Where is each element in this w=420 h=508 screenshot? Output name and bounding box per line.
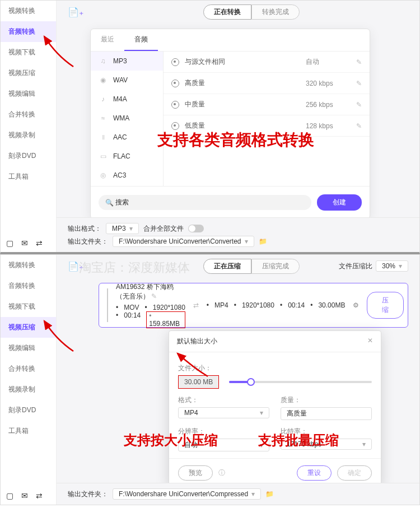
sidebar-item-toolbox[interactable]: 工具箱	[1, 421, 56, 441]
settings-icon[interactable]: ⚙	[353, 301, 359, 309]
panel-tabs: 最近 音频	[91, 29, 370, 52]
output-folder-select[interactable]: F:\Wondershare UniConverter\Compressed▾	[113, 488, 261, 500]
ok-button[interactable]: 确定	[337, 465, 372, 481]
format-wav[interactable]: ◉WAV	[91, 71, 163, 90]
output-format-select[interactable]: MP3▾	[106, 223, 139, 234]
reset-button[interactable]: 重设	[297, 465, 332, 481]
preview-button[interactable]: 预览	[178, 465, 213, 481]
sidebar-item-merge-convert[interactable]: 合并转换	[1, 104, 56, 125]
format-aac[interactable]: ⫴AAC	[91, 128, 163, 147]
transfer-icon[interactable]: ⇄	[36, 239, 43, 248]
overlay-text: 支持各类音频格式转换	[157, 129, 314, 151]
output-folder-label: 输出文件夹：	[68, 237, 108, 246]
app-video-compress: 视频转换 音频转换 视频下载 视频压缩 视频编辑 合并转换 视频录制 刻录DVD…	[0, 254, 420, 505]
format-panel: 最近 音频 ♫MP3 ◉WAV ♪M4A ≈WMA ⫴AAC ▭FLAC ◎AC…	[90, 29, 370, 219]
sidebar-item-burn-dvd[interactable]: 刻录DVD	[1, 146, 56, 166]
mail-icon[interactable]: ✉	[21, 239, 28, 248]
mail-icon[interactable]: ✉	[21, 491, 28, 500]
tab-converting[interactable]: 正在转换	[203, 4, 251, 20]
tab-converted[interactable]: 转换完成	[251, 4, 300, 20]
transfer-icon[interactable]: ⇄	[36, 491, 43, 500]
sidebar-item-video-edit[interactable]: 视频编辑	[1, 83, 56, 104]
sidebar-item-audio-convert[interactable]: 音频转换	[1, 21, 56, 42]
output-info: •MP4 •1920*1080 •00:14 •30.00MB	[207, 301, 346, 309]
book-icon[interactable]: ▢	[6, 491, 13, 500]
sidebar-item-video-edit[interactable]: 视频编辑	[1, 338, 56, 358]
format-flac[interactable]: ▭FLAC	[91, 147, 163, 166]
output-size-dialog: 默认输出大小 ✕ 文件大小： 30.00 MB 格式： MP4▾ 质量： 高质量	[169, 330, 381, 488]
format-ac3[interactable]: ◎AC3	[91, 166, 163, 185]
sidebar-item-burn-dvd[interactable]: 刻录DVD	[1, 400, 56, 421]
file-size-input[interactable]: 30.00 MB	[178, 375, 219, 389]
app-audio-convert: 视频转换 音频转换 视频下载 视频压缩 视频编辑 合并转换 视频录制 刻录DVD…	[0, 0, 420, 254]
sidebar-item-toolbox[interactable]: 工具箱	[1, 166, 56, 187]
edit-title-icon[interactable]: ✎	[151, 292, 157, 300]
folder-icon[interactable]: 📁	[259, 237, 267, 245]
source-size: • 159.85MB	[146, 311, 185, 328]
ratio-select[interactable]: 30%▾	[376, 260, 408, 272]
sidebar-item-video-convert[interactable]: 视频转换	[1, 1, 56, 21]
format-select[interactable]: MP4▾	[178, 407, 269, 418]
output-folder-label: 输出文件夹：	[68, 490, 108, 499]
video-thumbnail	[107, 288, 108, 322]
sidebar-item-audio-convert[interactable]: 音频转换	[1, 276, 56, 296]
sidebar-item-video-download[interactable]: 视频下载	[1, 296, 56, 317]
quality-same-as-source[interactable]: 与源文件相同自动✎	[164, 52, 370, 73]
folder-icon[interactable]: 📁	[265, 490, 274, 498]
quality-select[interactable]: 高质量	[281, 407, 372, 420]
output-folder-select[interactable]: F:\Wondershare UniConverter\Converted▾	[113, 236, 254, 247]
sidebar-item-merge-convert[interactable]: 合并转换	[1, 358, 56, 379]
segment-control: 正在压缩 压缩完成	[203, 259, 300, 274]
main-area: 📄₊ 正在转换 转换完成 最近 音频 ♫MP3 ◉WAV ♪M4A ≈WMA ⫴…	[57, 1, 419, 252]
sidebar-item-video-record[interactable]: 视频录制	[1, 379, 56, 400]
format-m4a[interactable]: ♪M4A	[91, 90, 163, 109]
sidebar-item-video-compress[interactable]: 视频压缩	[1, 63, 56, 83]
format-wma[interactable]: ≈WMA	[91, 109, 163, 128]
search-input[interactable]: 🔍 搜索	[99, 195, 311, 210]
compress-button[interactable]: 压缩	[367, 292, 404, 319]
video-card: AM19632 桥下海鸥（无音乐） ✎ •MOV •1920*1080 •00:…	[99, 283, 408, 328]
add-file-icon[interactable]: 📄₊	[68, 7, 83, 17]
wave-icon: ≈	[99, 114, 108, 122]
quality-label: 质量：	[281, 395, 372, 405]
video-title: AM19632 桥下海鸥（无音乐）	[116, 283, 174, 300]
info-icon[interactable]: ⓘ	[218, 468, 225, 478]
quality-high[interactable]: 高质量320 kbps✎	[164, 73, 370, 94]
quality-list: 与源文件相同自动✎ 高质量320 kbps✎ 中质量256 kbps✎ 低质量1…	[164, 52, 370, 186]
tab-compressed[interactable]: 压缩完成	[251, 259, 300, 274]
edit-icon[interactable]: ✎	[356, 101, 362, 109]
merge-toggle[interactable]	[188, 225, 204, 232]
sidebar: 视频转换 音频转换 视频下载 视频压缩 视频编辑 合并转换 视频录制 刻录DVD…	[1, 255, 57, 505]
close-icon[interactable]: ✕	[367, 337, 373, 346]
eq-icon: ⫴	[99, 133, 108, 141]
sidebar-footer-icons: ▢ ✉ ⇄	[6, 239, 43, 248]
edit-icon[interactable]: ✎	[356, 122, 362, 130]
sidebar-footer-icons: ▢ ✉ ⇄	[6, 491, 43, 500]
sidebar: 视频转换 音频转换 视频下载 视频压缩 视频编辑 合并转换 视频录制 刻录DVD…	[1, 1, 57, 252]
format-label: 格式：	[178, 395, 269, 405]
overlay-text-b: 支持批量压缩	[258, 431, 339, 449]
book-icon[interactable]: ▢	[6, 239, 13, 248]
shuffle-icon: ⇄	[193, 301, 199, 309]
sidebar-item-video-compress[interactable]: 视频压缩	[1, 317, 56, 338]
sidebar-item-video-record[interactable]: 视频录制	[1, 125, 56, 146]
tab-recent[interactable]: 最近	[91, 29, 124, 51]
main-area: 淘宝店：深度新媒体 📄₊ 正在压缩 压缩完成 文件压缩比 30%▾ AM1963…	[57, 255, 419, 505]
edit-icon[interactable]: ✎	[356, 58, 362, 66]
size-slider[interactable]	[229, 381, 372, 383]
music-icon: ♫	[99, 57, 108, 65]
format-mp3[interactable]: ♫MP3	[91, 52, 163, 71]
edit-icon[interactable]: ✎	[356, 80, 362, 87]
tab-audio[interactable]: 音频	[124, 29, 158, 51]
output-format-label: 输出格式：	[68, 224, 101, 234]
tab-compressing[interactable]: 正在压缩	[203, 259, 251, 274]
footer: 输出文件夹： F:\Wondershare UniConverter\Compr…	[57, 483, 419, 505]
format-list: ♫MP3 ◉WAV ♪M4A ≈WMA ⫴AAC ▭FLAC ◎AC3	[91, 52, 164, 186]
note-icon: ♪	[99, 95, 108, 103]
quality-medium[interactable]: 中质量256 kbps✎	[164, 94, 370, 115]
compress-ratio: 文件压缩比 30%▾	[339, 260, 408, 272]
create-button[interactable]: 创建	[317, 194, 362, 211]
sidebar-item-video-convert[interactable]: 视频转换	[1, 255, 56, 276]
search-icon: 🔍	[105, 199, 114, 207]
sidebar-item-video-download[interactable]: 视频下载	[1, 42, 56, 63]
